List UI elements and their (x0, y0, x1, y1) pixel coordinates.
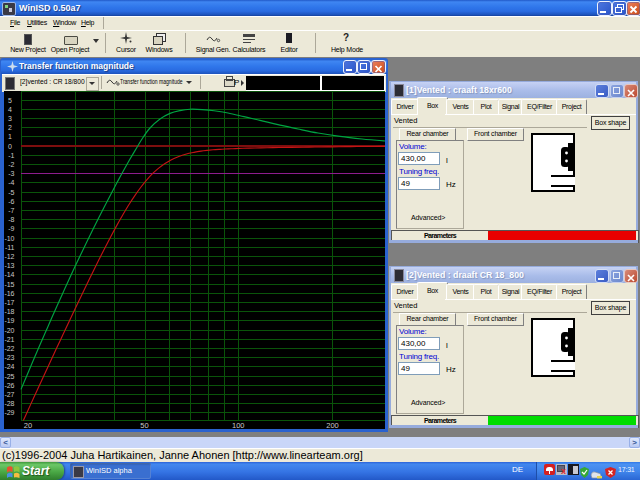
svg-text:-5: -5 (8, 189, 14, 196)
svg-text:-28: -28 (4, 400, 14, 407)
svg-text:-13: -13 (4, 262, 14, 269)
svg-text:200: 200 (326, 421, 339, 429)
svg-text:-16: -16 (4, 290, 14, 297)
svg-text:3: 3 (8, 115, 12, 122)
svg-text:-14: -14 (4, 271, 14, 278)
svg-text:-8: -8 (8, 216, 14, 223)
svg-text:-22: -22 (4, 345, 14, 352)
svg-text:0: 0 (8, 143, 12, 150)
svg-text:-3: -3 (8, 170, 14, 177)
svg-text:-4: -4 (8, 179, 14, 186)
svg-text:-12: -12 (4, 253, 14, 260)
svg-text:-24: -24 (4, 363, 14, 370)
svg-text:50: 50 (140, 421, 148, 429)
svg-text:-29: -29 (4, 409, 14, 416)
svg-text:-9: -9 (8, 225, 14, 232)
svg-text:-2: -2 (8, 161, 14, 168)
svg-text:-27: -27 (4, 391, 14, 398)
svg-text:4: 4 (8, 106, 12, 113)
svg-text:-10: -10 (4, 235, 14, 242)
svg-text:5: 5 (8, 97, 12, 104)
svg-text:-26: -26 (4, 382, 14, 389)
svg-text:-1: -1 (8, 152, 14, 159)
svg-text:-20: -20 (4, 327, 14, 334)
svg-text:-7: -7 (8, 207, 14, 214)
svg-text:-18: -18 (4, 308, 14, 315)
svg-text:100: 100 (232, 421, 245, 429)
svg-text:-21: -21 (4, 336, 14, 343)
svg-text:-25: -25 (4, 373, 14, 380)
svg-text:-17: -17 (4, 299, 14, 306)
svg-text:20: 20 (24, 421, 32, 429)
svg-text:-19: -19 (4, 317, 14, 324)
svg-text:1: 1 (8, 133, 12, 140)
svg-text:-15: -15 (4, 281, 14, 288)
svg-text:2: 2 (8, 124, 12, 131)
svg-text:-11: -11 (5, 244, 15, 251)
svg-text:-6: -6 (8, 198, 14, 205)
svg-text:-23: -23 (4, 354, 14, 361)
